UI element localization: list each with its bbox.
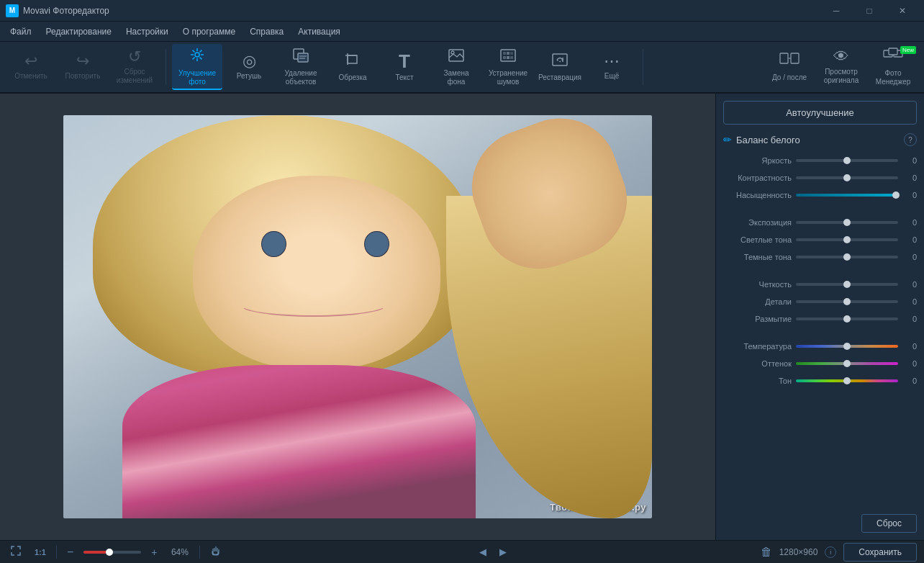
tone-track[interactable] bbox=[796, 379, 898, 382]
retouch-button[interactable]: ◎ Ретушь bbox=[224, 44, 274, 90]
enhance-label: Улучшениефото bbox=[178, 69, 216, 86]
hand-tool-button[interactable] bbox=[207, 544, 225, 560]
brightness-track[interactable] bbox=[796, 159, 898, 162]
enhance-photo-button[interactable]: Улучшениефото bbox=[172, 44, 222, 90]
brightness-label: Яркость bbox=[723, 156, 792, 165]
tint-thumb[interactable] bbox=[843, 360, 851, 367]
white-balance-title: Баланс белого bbox=[736, 135, 900, 145]
zoom-slider-thumb[interactable] bbox=[106, 549, 113, 556]
save-button[interactable]: Сохранить bbox=[843, 543, 917, 562]
clarity-slider-row: Четкость 0 bbox=[723, 280, 917, 289]
tone-thumb[interactable] bbox=[843, 377, 851, 384]
help-button[interactable]: ? bbox=[904, 133, 917, 146]
temperature-track[interactable] bbox=[796, 345, 898, 348]
status-sep-1 bbox=[56, 546, 57, 559]
svg-rect-22 bbox=[503, 56, 506, 59]
details-track[interactable] bbox=[796, 300, 898, 303]
titlebar: M Movavi Фоторедактор ─ □ ✕ bbox=[0, 0, 924, 22]
svg-rect-32 bbox=[889, 48, 897, 55]
menu-settings[interactable]: Настройки bbox=[119, 24, 176, 40]
blur-slider-row: Размытие 0 bbox=[723, 315, 917, 323]
denoise-button[interactable]: Устранениешумов bbox=[483, 44, 533, 90]
menu-about[interactable]: О программе bbox=[176, 24, 243, 40]
zoom-in-button[interactable]: + bbox=[148, 545, 160, 559]
zoom-out-button[interactable]: − bbox=[64, 544, 76, 560]
panel-reset-button[interactable]: Сброс bbox=[861, 514, 917, 533]
menu-edit[interactable]: Редактирование bbox=[39, 24, 119, 40]
saturation-label: Насыщенность bbox=[723, 191, 792, 199]
replace-bg-button[interactable]: Заменафона bbox=[431, 44, 481, 90]
text-button[interactable]: T Текст bbox=[379, 44, 430, 90]
undo-button[interactable]: ↩ Отменить bbox=[6, 44, 56, 90]
exposure-track[interactable] bbox=[796, 221, 898, 224]
contrast-slider-row: Контрастность 0 bbox=[723, 174, 917, 182]
zoom-slider[interactable] bbox=[83, 551, 141, 554]
brightness-thumb[interactable] bbox=[843, 157, 851, 164]
redo-icon: ↪ bbox=[76, 53, 89, 69]
blur-thumb[interactable] bbox=[843, 315, 851, 323]
photo-manager-label: ФотоМенеджер bbox=[876, 69, 911, 86]
clarity-thumb[interactable] bbox=[843, 281, 851, 288]
white-balance-header: ✏ Баланс белого ? bbox=[723, 130, 917, 149]
details-thumb[interactable] bbox=[843, 298, 851, 305]
fit-to-screen-button[interactable] bbox=[7, 544, 24, 560]
zoom-percentage: 64% bbox=[167, 547, 192, 557]
exposure-thumb[interactable] bbox=[843, 219, 851, 226]
temperature-thumb[interactable] bbox=[843, 343, 851, 350]
next-image-button[interactable]: ▶ bbox=[497, 545, 509, 559]
more-button[interactable]: ⋯ Ещё bbox=[586, 44, 637, 90]
highlights-track[interactable] bbox=[796, 238, 898, 241]
photo-display: ТвоиПрограммы.ру bbox=[63, 115, 652, 518]
shadows-track[interactable] bbox=[796, 256, 898, 258]
tint-label: Оттенок bbox=[723, 359, 792, 368]
image-info-button[interactable]: i bbox=[825, 546, 836, 558]
temperature-value: 0 bbox=[902, 342, 917, 351]
svg-rect-18 bbox=[501, 50, 515, 61]
saturation-thumb[interactable] bbox=[892, 192, 900, 199]
svg-rect-21 bbox=[510, 52, 513, 55]
auto-enhance-button[interactable]: Автоулучшение bbox=[723, 101, 917, 125]
blur-value: 0 bbox=[902, 315, 917, 323]
temperature-label: Температура bbox=[723, 342, 792, 351]
zoom-1to1-button[interactable]: 1:1 bbox=[32, 546, 49, 558]
svg-rect-23 bbox=[507, 56, 509, 59]
svg-rect-10 bbox=[298, 53, 308, 62]
highlights-thumb[interactable] bbox=[843, 236, 851, 243]
contrast-thumb[interactable] bbox=[843, 174, 851, 181]
view-original-button[interactable]: 👁 Просмотроригинала bbox=[816, 44, 866, 90]
menu-activate[interactable]: Активация bbox=[291, 24, 348, 40]
redo-button[interactable]: ↪ Повторить bbox=[58, 44, 108, 90]
exposure-slider-row: Экспозиция 0 bbox=[723, 218, 917, 227]
close-button[interactable]: ✕ bbox=[887, 0, 918, 22]
maximize-button[interactable]: □ bbox=[853, 0, 885, 22]
delete-image-button[interactable]: 🗑 bbox=[761, 546, 772, 559]
undo-redo-group: ↩ Отменить ↪ Повторить ↺ Сбросизменений bbox=[6, 44, 160, 90]
svg-line-5 bbox=[193, 50, 195, 53]
shadows-thumb[interactable] bbox=[843, 253, 851, 261]
remove-objects-icon bbox=[292, 48, 309, 66]
restore-button[interactable]: Реставрация bbox=[535, 44, 585, 90]
tools-group: Улучшениефото ◎ Ретушь Удалениеобъектов bbox=[172, 44, 637, 90]
before-after-button[interactable]: До / после bbox=[764, 44, 815, 90]
crop-button[interactable]: Обрезка bbox=[327, 44, 378, 90]
photo-manager-button[interactable]: New ФотоМенеджер bbox=[868, 44, 918, 90]
menu-help[interactable]: Справка bbox=[243, 24, 291, 40]
prev-image-button[interactable]: ◀ bbox=[476, 545, 489, 559]
highlights-slider-row: Светлые тона 0 bbox=[723, 235, 917, 244]
blur-label: Размытие bbox=[723, 315, 792, 323]
contrast-track[interactable] bbox=[796, 176, 898, 179]
clarity-track[interactable] bbox=[796, 283, 898, 286]
crop-icon bbox=[344, 52, 361, 71]
remove-objects-button[interactable]: Удалениеобъектов bbox=[276, 44, 326, 90]
app-title: Movavi Фоторедактор bbox=[23, 6, 820, 16]
svg-rect-27 bbox=[780, 53, 788, 63]
saturation-track[interactable] bbox=[796, 194, 898, 197]
blur-track[interactable] bbox=[796, 317, 898, 320]
tint-track[interactable] bbox=[796, 362, 898, 365]
svg-point-17 bbox=[451, 51, 454, 54]
minimize-button[interactable]: ─ bbox=[820, 0, 852, 22]
menu-file[interactable]: Файл bbox=[3, 24, 39, 40]
window-controls: ─ □ ✕ bbox=[820, 0, 918, 22]
reset-changes-button[interactable]: ↺ Сбросизменений bbox=[109, 44, 160, 90]
canvas-area[interactable]: ТвоиПрограммы.ру bbox=[0, 94, 715, 540]
